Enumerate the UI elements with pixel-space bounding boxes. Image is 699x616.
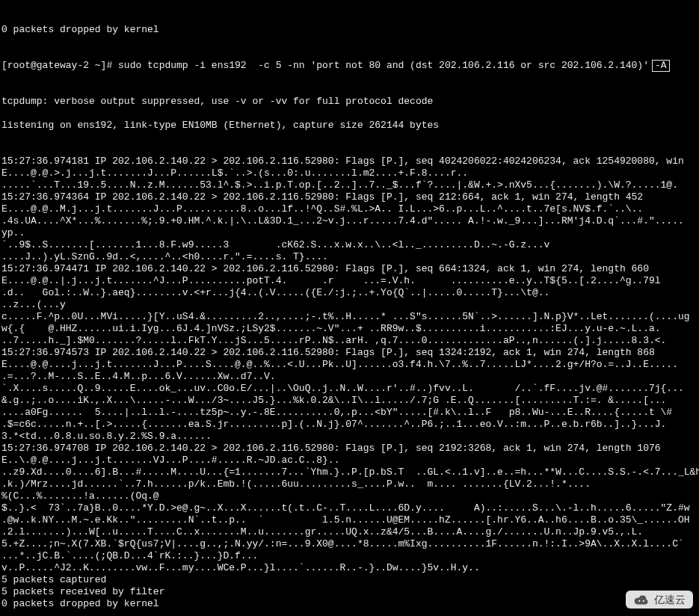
output-line: &.g..;..o....iK.,.X...\.....-...W.../3~.… (1, 395, 698, 407)
cloud-icon (633, 594, 650, 606)
svg-point-1 (643, 600, 644, 602)
prompt: [root@gateway-2 ~]# (1, 60, 118, 71)
watermark: 亿速云 (626, 591, 693, 609)
output-line: v..P.....^J2..K........vw..F...my....WCe… (1, 562, 698, 574)
output-line: ...*..jC.B.`....(;QB.D...4`rK.:..}...}D.… (1, 550, 698, 562)
output-line: ..z...(...y (1, 299, 698, 311)
command-text: sudo tcpdump -i ens192 -c 5 -nn 'port no… (118, 60, 649, 71)
output-line: .....`...T...19..5....N..z.M......53.l^.… (1, 179, 698, 191)
output-line: 5 packets captured (1, 574, 698, 586)
output-line: .$=c6c.....n.+..[.>.....{.......ea.S.jr.… (1, 419, 698, 431)
terminal-output: 0 packets dropped by kernel [root@gatewa… (0, 0, 699, 616)
output-line: E....@.@..|.j...j.t.......^J...P........… (1, 275, 698, 287)
output-line: ..7.....h._].$M0.......?.....l..FkT.Y...… (1, 335, 698, 347)
output-line: `..9$..S.......[.......1...8.F.w9.....3 … (1, 239, 698, 251)
output-line: listening on ens192, link-type EN10MB (E… (1, 120, 698, 132)
output-line: c.....F.^p..0U...MVi.....}[Y..uS4.&.....… (1, 311, 698, 323)
watermark-text: 亿速云 (654, 594, 686, 606)
output-line: .d.. Gol.:..W..}.aeq}........v.<+r...j{4… (1, 287, 698, 299)
prompt-line[interactable]: [root@gateway-2 ~]# sudo tcpdump -i ens1… (1, 60, 698, 72)
output-line: .k.)/Mrz....jd......`..7.h......p/k..Emb… (1, 478, 698, 490)
output-line: E....@.@....j...j.t.......J...P....S....… (1, 359, 698, 371)
output-line: 15:27:36.974573 IP 202.106.2.140.22 > 20… (1, 347, 698, 359)
output-line: .@w..k.NY...M.~.e.Kk..".........N`..t..p… (1, 514, 698, 526)
tcpdump-ascii-output: 15:27:36.974181 IP 202.106.2.140.22 > 20… (1, 155, 698, 610)
output-line: 15:27:36.974708 IP 202.106.2.140.22 > 20… (1, 443, 698, 455)
output-line: ....J..).yL.SznG..9d..<,....^..<h0....r.… (1, 251, 698, 263)
output-line: tcpdump: verbose output suppressed, use … (1, 96, 698, 108)
output-line: 5.+Z....;n~.X(7.XB.`$rQ{us7;V|....g..,;.… (1, 538, 698, 550)
output-line: ..z9.Xd....0....6].B...#.....M....U...{=… (1, 466, 698, 478)
output-line: E....@.@..M.j...j.t.......J...P.........… (1, 203, 698, 215)
output-line: .=...?..M-...S..E..4.M..p...6.V......Xw.… (1, 371, 698, 383)
output-line: 15:27:36.974471 IP 202.106.2.140.22 > 20… (1, 263, 698, 275)
output-line: 15:27:36.974364 IP 202.106.2.140.22 > 20… (1, 191, 698, 203)
output-line: 3.*<td...0.8.u.so.8.y.2.%S.9.a...... (1, 431, 698, 443)
output-line: ....a0Fg...... 5....|..l..l.-....tz5p~..… (1, 407, 698, 419)
output-line: .2.l.......)...W[..u.....T....C..x......… (1, 526, 698, 538)
output-line: E..\.@.@....j...j.t.......VJ...P....#...… (1, 455, 698, 466)
output-line: %(C...%.......!a......(Oq.@ (1, 490, 698, 502)
output-line: 0 packets dropped by kernel (1, 24, 698, 36)
flag-box-a: -A (652, 60, 670, 72)
output-line: .4s.UA....^X*...%.......%;.9.+0.HM.^.k.|… (1, 215, 698, 227)
output-line: 5 packets received by filter (1, 586, 698, 598)
output-line: E....@.@.>.j...j.t.......J...P......L$.`… (1, 167, 698, 179)
output-line: 15:27:36.974181 IP 202.106.2.140.22 > 20… (1, 155, 698, 167)
svg-point-0 (638, 600, 640, 602)
output-line: $..}.< 73`..7a}B..0....*Y.D.>e@.g~..X...… (1, 502, 698, 514)
output-line: `.X....s.....Q..9.....E....ok_...uv..C0o… (1, 383, 698, 395)
output-line: 0 packets dropped by kernel (1, 598, 698, 610)
output-line: yp.. (1, 227, 698, 239)
output-line: w{.{ @.HHZ......ui.i.Iyg...6J.4.]nVSz.;L… (1, 323, 698, 335)
